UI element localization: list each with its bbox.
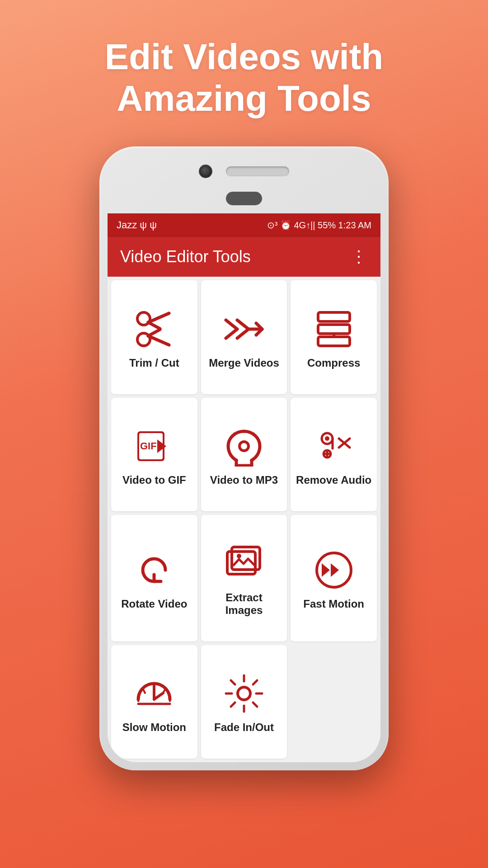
slow-motion-label: Slow Motion bbox=[122, 721, 186, 734]
slow-motion-icon bbox=[134, 673, 174, 714]
rotate-video-label: Rotate Video bbox=[121, 598, 187, 610]
phone-top-decoration bbox=[113, 165, 375, 178]
tool-extract-images[interactable]: Extract Images bbox=[201, 515, 287, 642]
tool-video-to-gif[interactable]: GIF Video to GIF bbox=[111, 398, 197, 512]
tool-remove-audio[interactable]: Remove Audio bbox=[291, 398, 377, 512]
svg-text:GIF: GIF bbox=[140, 440, 157, 452]
status-bar: Jazz ψ ψ ⊙³ ⏰ 4G↑|| 55% 1:23 AM bbox=[108, 213, 380, 237]
fast-motion-label: Fast Motion bbox=[303, 598, 364, 610]
tools-grid: Trim / Cut Merge Videos bbox=[108, 277, 380, 762]
svg-line-44 bbox=[253, 703, 257, 707]
tool-merge-videos[interactable]: Merge Videos bbox=[201, 280, 287, 394]
tool-video-to-mp3[interactable]: Video to MP3 bbox=[201, 398, 287, 512]
trim-cut-icon bbox=[134, 309, 174, 349]
svg-point-15 bbox=[239, 442, 249, 451]
remove-audio-label: Remove Audio bbox=[296, 474, 371, 486]
headline-line1: Edit Videos with bbox=[105, 37, 383, 77]
phone-screen: Jazz ψ ψ ⊙³ ⏰ 4G↑|| 55% 1:23 AM Video Ed… bbox=[108, 213, 380, 762]
video-to-gif-label: Video to GIF bbox=[122, 474, 186, 486]
svg-line-43 bbox=[231, 680, 235, 684]
tool-trim-cut[interactable]: Trim / Cut bbox=[111, 280, 197, 394]
headline: Edit Videos with Amazing Tools bbox=[105, 36, 383, 119]
phone-mockup: Jazz ψ ψ ⊙³ ⏰ 4G↑|| 55% 1:23 AM Video Ed… bbox=[99, 146, 389, 770]
trim-cut-label: Trim / Cut bbox=[129, 357, 179, 369]
svg-line-36 bbox=[163, 690, 164, 693]
camera-lens bbox=[199, 165, 212, 178]
svg-rect-7 bbox=[318, 312, 350, 321]
speaker-slot bbox=[226, 166, 289, 176]
tool-slow-motion[interactable]: Slow Motion bbox=[111, 645, 197, 759]
svg-line-5 bbox=[148, 330, 160, 336]
svg-marker-28 bbox=[322, 563, 330, 577]
fade-in-out-icon bbox=[224, 673, 264, 714]
svg-point-26 bbox=[237, 554, 241, 558]
fade-in-out-label: Fade In/Out bbox=[214, 721, 274, 734]
video-to-gif-icon: GIF bbox=[134, 426, 174, 467]
tool-fast-motion[interactable]: Fast Motion bbox=[291, 515, 377, 642]
svg-point-17 bbox=[325, 436, 329, 441]
svg-point-38 bbox=[238, 687, 250, 700]
extract-images-icon bbox=[224, 543, 264, 584]
fast-motion-icon bbox=[314, 550, 354, 590]
status-right: ⊙³ ⏰ 4G↑|| 55% 1:23 AM bbox=[267, 220, 371, 231]
app-bar: Video Editor Tools ⋮ bbox=[108, 237, 380, 277]
app-title: Video Editor Tools bbox=[120, 247, 251, 266]
compress-icon bbox=[314, 309, 354, 349]
extract-images-label: Extract Images bbox=[206, 591, 283, 617]
svg-line-4 bbox=[148, 322, 160, 329]
overflow-menu-icon[interactable]: ⋮ bbox=[351, 247, 368, 266]
compress-label: Compress bbox=[307, 357, 360, 369]
headline-line2: Amazing Tools bbox=[117, 78, 371, 118]
grid-spacer bbox=[291, 645, 377, 759]
status-icons: ⊙³ ⏰ 4G↑|| 55% 1:23 AM bbox=[267, 220, 371, 231]
home-button bbox=[226, 192, 262, 205]
merge-videos-label: Merge Videos bbox=[209, 357, 279, 369]
video-to-mp3-icon bbox=[224, 426, 264, 467]
svg-line-45 bbox=[253, 680, 257, 684]
svg-line-46 bbox=[231, 703, 235, 707]
tool-fade-in-out[interactable]: Fade In/Out bbox=[201, 645, 287, 759]
svg-line-3 bbox=[148, 336, 169, 345]
merge-videos-icon bbox=[224, 309, 264, 349]
status-carrier: Jazz ψ ψ bbox=[117, 219, 157, 231]
svg-rect-8 bbox=[318, 325, 350, 334]
tool-compress[interactable]: Compress bbox=[291, 280, 377, 394]
tool-rotate-video[interactable]: Rotate Video bbox=[111, 515, 197, 642]
svg-line-2 bbox=[148, 313, 169, 322]
rotate-video-icon bbox=[134, 550, 174, 590]
svg-marker-29 bbox=[331, 563, 339, 577]
remove-audio-icon bbox=[314, 426, 354, 467]
video-to-mp3-label: Video to MP3 bbox=[210, 474, 278, 486]
svg-line-34 bbox=[144, 690, 145, 693]
